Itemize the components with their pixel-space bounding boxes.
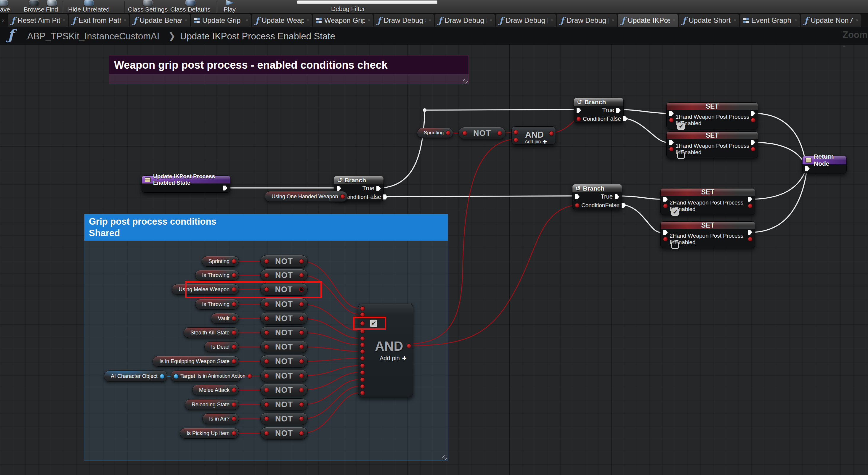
exec-input-pin[interactable] [337, 186, 341, 191]
close-icon[interactable]: × [368, 18, 370, 23]
close-icon[interactable]: × [185, 18, 187, 23]
close-icon[interactable]: × [856, 18, 859, 23]
close-icon[interactable]: × [490, 18, 493, 23]
not-node-top[interactable]: NOT [459, 127, 506, 139]
value-output-pin[interactable] [751, 147, 755, 151]
bool-output-pin[interactable] [232, 417, 236, 421]
bool-output-pin[interactable] [300, 316, 304, 320]
function-pill-is-in-animation-action[interactable]: Target Is in Animation Action [170, 371, 241, 382]
variable-pill-condition[interactable]: Using Melee Weapon [172, 284, 239, 295]
bool-input-pin[interactable] [265, 345, 269, 349]
close-icon[interactable]: × [795, 18, 798, 23]
object-output-pin[interactable] [160, 374, 164, 378]
bool-output-pin[interactable] [407, 344, 411, 348]
bool-input-pin[interactable] [361, 371, 365, 375]
variable-pill-condition[interactable]: Is in Equipping Weapon State [153, 356, 239, 367]
close-icon[interactable]: × [307, 18, 309, 23]
value-input-pin[interactable] [663, 204, 668, 208]
browse-button[interactable]: Browse [24, 0, 44, 14]
close-icon[interactable]: × [62, 18, 65, 23]
not-node[interactable]: NOT [260, 255, 308, 268]
exec-true-output-pin[interactable] [615, 194, 619, 199]
add-pin-icon[interactable]: ✚ [542, 138, 547, 145]
bool-output-pin[interactable] [232, 359, 236, 364]
breadcrumb-current[interactable]: Update IKPost Process Enabled State [180, 31, 335, 42]
bool-input-pin[interactable] [361, 378, 365, 382]
and-node-top[interactable]: AND Add pin✚ [512, 126, 556, 145]
exec-input-pin[interactable] [577, 108, 581, 113]
bool-output-pin[interactable] [300, 417, 304, 421]
bool-input-pin[interactable] [265, 403, 269, 407]
set-node-2hand-false[interactable]: SET 2Hand Weapon Post Process IKEnabled [660, 222, 755, 248]
bool-input-pin[interactable] [514, 138, 518, 142]
tab-event-graph[interactable]: Event Graph× [740, 14, 800, 27]
close-icon[interactable]: × [612, 18, 615, 23]
function-entry-node[interactable]: Update IKPost Process Enabled State [142, 175, 230, 193]
exec-false-output-pin[interactable] [383, 195, 388, 200]
bool-input-pin[interactable] [514, 130, 518, 134]
bool-output-pin-unconnected[interactable] [299, 287, 304, 292]
value-output-pin[interactable] [748, 204, 752, 208]
bool-input-pin[interactable] [361, 329, 365, 333]
bool-output-pin[interactable] [300, 331, 304, 335]
bool-output-pin[interactable] [248, 374, 252, 378]
bool-output-pin[interactable] [300, 388, 304, 392]
variable-pill-condition[interactable]: Is in Air? [202, 413, 239, 424]
variable-pill-using-one-handed-weapon[interactable]: Using One Handed Weapon [265, 191, 348, 202]
resize-handle[interactable] [442, 455, 447, 460]
bool-output-pin[interactable] [232, 273, 236, 277]
bool-output-pin[interactable] [232, 259, 236, 263]
bool-input-pin[interactable] [265, 417, 269, 421]
exec-false-output-pin[interactable] [622, 203, 626, 208]
set-node-1hand-false[interactable]: SET 1Hand Weapon Post Process IKEnabled [666, 131, 758, 158]
not-node[interactable]: NOT [260, 413, 308, 425]
bool-input-pin[interactable] [361, 356, 365, 361]
tab-exit-from-pathno[interactable]: ƒExit from Pathno× [69, 14, 129, 27]
value-input-pin[interactable] [669, 147, 674, 151]
bool-output-pin[interactable] [446, 131, 450, 135]
close-icon[interactable]: × [123, 18, 126, 23]
return-node[interactable]: Return Node [802, 156, 847, 173]
tab-draw-debug-sph[interactable]: ƒDraw Debug Sph× [374, 14, 434, 27]
bool-input-pin[interactable] [361, 349, 365, 354]
value-input-pin[interactable] [669, 118, 674, 122]
close-icon[interactable]: × [673, 18, 676, 23]
bool-output-pin[interactable] [232, 431, 236, 435]
bool-output-pin[interactable] [300, 302, 304, 306]
bool-input-pin[interactable] [265, 273, 269, 277]
bool-input-pin[interactable] [265, 331, 269, 335]
not-node[interactable]: NOT [260, 398, 308, 411]
bool-output-pin[interactable] [232, 388, 236, 392]
find-button[interactable]: Find [46, 0, 58, 14]
close-icon[interactable]: × [734, 18, 737, 23]
bool-input-pin[interactable] [361, 343, 365, 347]
bool-checkbox-unchecked[interactable] [677, 151, 685, 159]
class-settings-button[interactable]: Class Settings [128, 0, 167, 14]
comment-node-weapon-grip[interactable]: Weapon grip post process - enabled condi… [109, 56, 469, 84]
set-node-1hand-true[interactable]: SET 1Hand Weapon Post Process IKEnabled [666, 102, 758, 129]
not-node[interactable]: NOT [260, 355, 308, 368]
bool-input-pin[interactable] [265, 259, 269, 263]
not-node[interactable]: NOT [260, 327, 308, 339]
set-node-2hand-true[interactable]: SET 2Hand Weapon Post Process IKEnabled [660, 188, 755, 215]
variable-pill-sprinting[interactable]: Sprinting [417, 128, 453, 138]
save-button[interactable]: Save [0, 0, 10, 14]
variable-pill-ai-character-object[interactable]: AI Character Object [104, 371, 167, 382]
bool-output-pin[interactable] [549, 131, 554, 136]
bool-input-pin[interactable] [265, 431, 269, 435]
bool-input-pin[interactable] [265, 287, 269, 292]
value-input-pin[interactable] [663, 237, 668, 241]
close-icon[interactable]: × [246, 18, 248, 23]
bool-output-pin[interactable] [232, 316, 236, 320]
condition-input-pin[interactable] [575, 203, 579, 207]
exec-true-output-pin[interactable] [376, 186, 381, 191]
bool-output-pin[interactable] [300, 359, 304, 364]
class-defaults-button[interactable]: Class Defaults [170, 0, 210, 14]
bool-output-pin[interactable] [341, 195, 345, 199]
not-node[interactable]: NOT [260, 370, 308, 382]
bool-checkbox-checked[interactable] [677, 123, 685, 130]
bool-checkbox-unchecked[interactable] [671, 241, 679, 249]
bool-output-pin[interactable] [232, 331, 236, 335]
tab-update-grip-iklo[interactable]: Update Grip IKLo× [191, 14, 251, 27]
bool-input-pin[interactable] [265, 374, 269, 378]
